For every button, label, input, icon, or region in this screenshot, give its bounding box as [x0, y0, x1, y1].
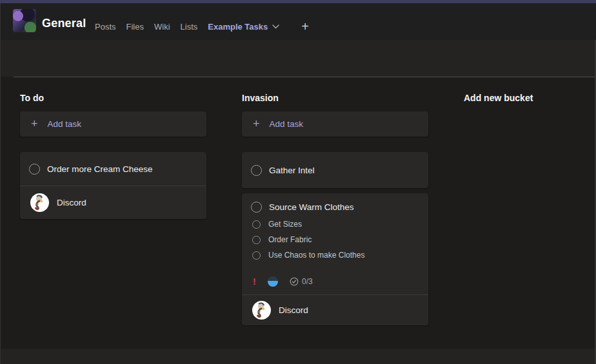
checklist-item-label: Get Sizes [268, 220, 302, 229]
channel-title: General [42, 17, 86, 30]
status-in-progress-icon [268, 276, 278, 287]
card-body: Source Warm Clothes Get Sizes Order Fabr… [242, 193, 428, 294]
chevron-down-icon[interactable] [272, 24, 279, 29]
assignee-row: Discord [242, 295, 428, 325]
complete-task-circle-icon[interactable] [251, 202, 262, 213]
assignee-avatar [30, 193, 49, 212]
tab-example-tasks-label: Example Tasks [208, 22, 268, 32]
add-task-button-invasion[interactable]: + Add task [242, 111, 428, 137]
plus-icon: + [253, 118, 260, 129]
tab-wiki[interactable]: Wiki [154, 22, 170, 32]
tab-lists[interactable]: Lists [181, 22, 198, 32]
bucket-todo-name: To do [20, 93, 206, 103]
assignee-name: Discord [279, 305, 308, 315]
checklist-item: Use Chaos to make Clothes [251, 247, 419, 263]
checklist-progress-badge: 0/3 [290, 277, 313, 286]
task-card-source-warm-clothes[interactable]: Source Warm Clothes Get Sizes Order Fabr… [242, 193, 428, 325]
task-title: Source Warm Clothes [269, 202, 354, 212]
planner-toolbar-area [0, 40, 596, 77]
window-left-edge [0, 3, 1, 364]
bucket-invasion-name: Invasion [242, 93, 428, 103]
assignee-name: Discord [57, 198, 86, 207]
bucket-todo: To do + Add task Order more Cream Cheese [20, 93, 206, 219]
checklist-progress-count: 0/3 [302, 277, 313, 286]
add-tab-button[interactable]: + [301, 20, 309, 33]
plus-icon: + [31, 118, 38, 129]
checklist-item-label: Order Fabric [268, 235, 312, 244]
tab-example-tasks[interactable]: Example Tasks [208, 22, 279, 32]
task-title-row: Order more Cream Cheese [20, 152, 206, 186]
task-card-order-cream-cheese[interactable]: Order more Cream Cheese Discord [20, 152, 206, 219]
bucket-add-new: Add new bucket [464, 93, 596, 103]
bottom-bar [0, 349, 596, 364]
tab-posts[interactable]: Posts [95, 22, 116, 32]
tab-bar: Posts Files Wiki Lists Example Tasks + [95, 20, 309, 33]
assignee-row: Discord [20, 186, 206, 219]
task-title: Gather Intel [269, 166, 315, 175]
task-card-gather-intel[interactable]: Gather Intel [242, 152, 428, 188]
check-circle-icon [290, 277, 299, 286]
complete-task-circle-icon[interactable] [251, 165, 262, 176]
checklist-item-circle-icon[interactable] [252, 251, 261, 260]
task-title-row: Source Warm Clothes [251, 200, 419, 214]
checklist-item: Order Fabric [251, 232, 419, 247]
priority-important-icon: ! [253, 276, 257, 287]
task-badges-row: ! 0/3 [251, 274, 419, 289]
task-title-row: Gather Intel [242, 152, 428, 188]
add-new-bucket-button[interactable]: Add new bucket [464, 93, 596, 103]
add-task-label: Add task [270, 119, 304, 129]
checklist-item: Get Sizes [251, 216, 419, 232]
checklist-item-circle-icon[interactable] [252, 220, 261, 229]
checklist-item-label: Use Chaos to make Clothes [268, 251, 364, 260]
team-avatar[interactable] [13, 9, 36, 32]
checklist: Get Sizes Order Fabric Use Chaos to make… [251, 216, 419, 263]
task-title: Order more Cream Cheese [47, 164, 153, 174]
bucket-invasion: Invasion + Add task Gather Intel Source … [242, 93, 428, 325]
complete-task-circle-icon[interactable] [29, 164, 40, 175]
add-task-label: Add task [48, 119, 82, 129]
channel-header: General Posts Files Wiki Lists Example T… [0, 3, 596, 40]
checklist-item-circle-icon[interactable] [252, 236, 261, 244]
tab-files[interactable]: Files [126, 22, 144, 32]
add-task-button-todo[interactable]: + Add task [20, 111, 206, 137]
teams-window: General Posts Files Wiki Lists Example T… [0, 0, 596, 364]
assignee-avatar [252, 301, 271, 320]
